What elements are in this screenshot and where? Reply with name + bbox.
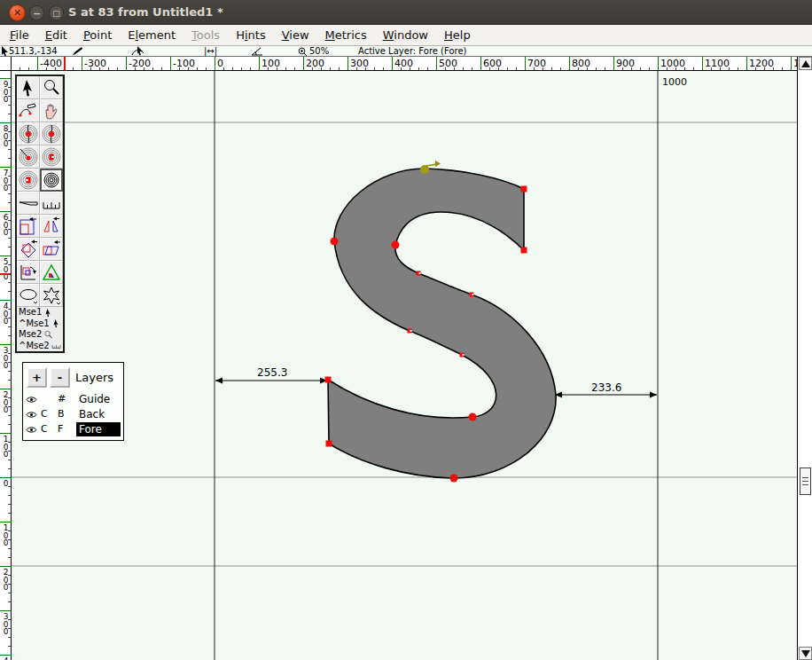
menu-metrics[interactable]: Metrics xyxy=(317,25,375,45)
ruler-tick xyxy=(330,67,331,70)
ruler-tick xyxy=(480,57,481,71)
layer-row-guide[interactable]: #Guide xyxy=(23,392,123,406)
ruler-tick xyxy=(436,57,437,71)
layer-cubic-flag: C xyxy=(41,422,48,436)
tool-spiro-spiral-icon[interactable] xyxy=(40,169,63,192)
ruler-tick xyxy=(170,57,171,71)
corner-point[interactable] xyxy=(325,377,332,383)
eye-icon[interactable] xyxy=(26,411,37,419)
ruler-tick xyxy=(0,522,12,522)
tool-rotate-icon[interactable] xyxy=(17,238,40,261)
ruler-tick xyxy=(8,282,11,283)
scrollbar-thumb[interactable] xyxy=(800,468,811,495)
curve-point[interactable] xyxy=(392,241,400,249)
tool-ruler-icon[interactable] xyxy=(40,192,63,215)
tool-magnify-icon[interactable] xyxy=(40,76,63,99)
menu-help[interactable]: Help xyxy=(436,25,479,45)
cursor-mark xyxy=(0,273,12,275)
direction-arrowhead-icon xyxy=(435,161,441,167)
layer-name[interactable]: Back xyxy=(76,407,107,421)
tool-skew-icon[interactable] xyxy=(40,238,63,261)
ruler-tick xyxy=(8,202,11,203)
mouse-binding-mse1: Mse1 xyxy=(17,307,63,318)
menu-tools[interactable]: Tools xyxy=(183,25,228,45)
tool-spiro-curve-alt-icon[interactable] xyxy=(40,122,63,145)
corner-point[interactable] xyxy=(521,248,527,254)
menu-window[interactable]: Window xyxy=(375,25,436,45)
ruler-label: -200 xyxy=(129,58,151,69)
ruler-tick xyxy=(8,238,11,239)
ruler-label: 700 xyxy=(527,58,546,69)
ruler-tick xyxy=(8,557,11,558)
ruler-label: 900 xyxy=(2,81,10,104)
layer-row-back[interactable]: CBBack xyxy=(23,407,123,421)
glyph-canvas-svg[interactable]: 1000255.3233.6 xyxy=(12,71,797,660)
glyph-outline[interactable] xyxy=(328,169,556,478)
ruler-tick xyxy=(285,67,286,70)
tool-perspective-icon[interactable] xyxy=(40,261,63,284)
ruler-tick xyxy=(613,57,614,71)
tool-spiro-curve-icon[interactable] xyxy=(17,122,40,145)
mouse-binding-label: ^Mse2 xyxy=(19,341,50,351)
menu-point[interactable]: Point xyxy=(75,25,120,45)
vertical-scrollbar[interactable] xyxy=(797,57,812,660)
tool-freehand-icon[interactable] xyxy=(17,99,40,122)
tool-hand-icon[interactable] xyxy=(40,99,63,122)
menu-view[interactable]: View xyxy=(274,25,317,45)
remove-layer-button[interactable]: - xyxy=(50,367,70,388)
ruler-tick xyxy=(463,67,464,70)
maximize-button[interactable]: □ xyxy=(49,5,64,20)
menu-hints[interactable]: Hints xyxy=(228,25,274,45)
tool-pointer-icon[interactable] xyxy=(17,76,40,99)
close-button[interactable]: ✕ xyxy=(9,4,26,21)
ruler-tick xyxy=(152,67,153,70)
horizontal-ruler[interactable]: -400-300-200-100010020030040050060070080… xyxy=(12,57,797,71)
tool-spiro-right-bracket-icon[interactable] xyxy=(40,145,63,169)
tool-knife-icon[interactable] xyxy=(17,192,40,215)
minimize-button[interactable]: − xyxy=(29,5,44,20)
ruler-label: -300 xyxy=(84,58,106,69)
corner-point[interactable] xyxy=(326,441,332,447)
corner-point[interactable] xyxy=(521,186,527,192)
tool-flip-icon[interactable] xyxy=(40,215,63,238)
menu-edit[interactable]: Edit xyxy=(37,25,75,45)
ruler-label: 500 xyxy=(439,58,457,69)
tool-ellipse-icon[interactable] xyxy=(17,284,40,307)
curve-point[interactable] xyxy=(450,475,458,483)
ruler-tick xyxy=(427,67,428,70)
curve-point[interactable] xyxy=(331,238,339,246)
curve-point[interactable] xyxy=(469,413,477,421)
layer-row-fore[interactable]: CFFore xyxy=(23,422,123,436)
tool-scale-icon[interactable] xyxy=(17,215,40,238)
ruler-tick xyxy=(339,67,340,70)
ruler-tick xyxy=(241,67,242,70)
menu-element[interactable]: Element xyxy=(120,25,183,45)
eye-icon[interactable] xyxy=(26,426,37,434)
ruler-tick xyxy=(0,78,12,79)
scroll-up-button[interactable] xyxy=(799,57,812,70)
ruler-tick xyxy=(8,291,11,292)
ruler-tick xyxy=(374,67,375,70)
mouse-binding-label: Mse2 xyxy=(19,329,42,340)
ruler-tick xyxy=(383,67,384,70)
layer-name[interactable]: Guide xyxy=(76,392,113,406)
layer-name[interactable]: Fore xyxy=(76,422,121,436)
fontforge-window: { "window": { "title": "S at 83 from Unt… xyxy=(0,0,812,660)
ruler-tick xyxy=(8,513,11,514)
tool-rotate3d-icon[interactable] xyxy=(17,261,40,284)
add-layer-button[interactable]: + xyxy=(27,367,47,388)
cursor-position-icon xyxy=(1,46,9,57)
ruler-label: -100 xyxy=(173,58,195,69)
tool-spiro-corner-icon[interactable] xyxy=(17,145,40,169)
menu-file[interactable]: File xyxy=(2,25,37,45)
glyph-canvas[interactable]: 1000255.3233.6 xyxy=(12,71,797,660)
tool-star-icon[interactable] xyxy=(40,284,63,307)
tool-spiro-left-bracket-icon[interactable] xyxy=(17,169,40,192)
ruler-tick xyxy=(782,67,783,70)
eye-icon[interactable] xyxy=(26,396,37,404)
ruler-label: 200 xyxy=(2,569,10,592)
scroll-down-button[interactable] xyxy=(799,647,812,660)
ruler-tick xyxy=(0,610,12,611)
vertical-ruler[interactable]: 9008007006005004003002001000100200300400 xyxy=(0,71,12,660)
layers-title: Layers xyxy=(75,371,113,384)
